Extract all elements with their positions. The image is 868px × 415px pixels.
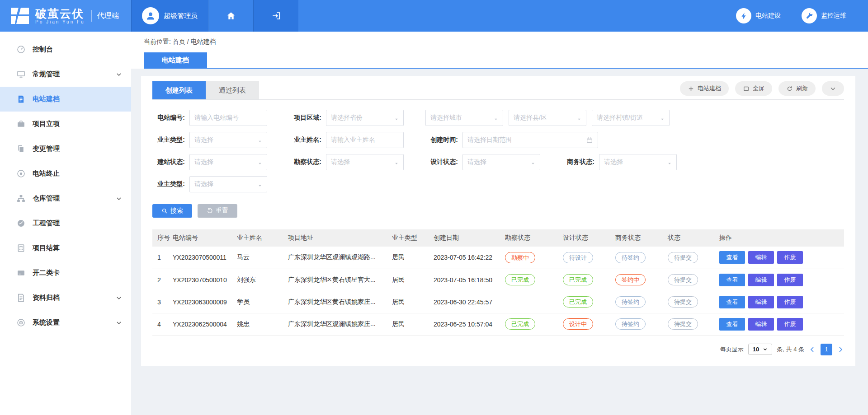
- survey-status-select[interactable]: 请选择: [326, 154, 404, 170]
- cell-survey-status: 勘察中: [505, 247, 563, 269]
- refresh-icon: [786, 85, 793, 92]
- row-action-查看[interactable]: 查看: [719, 296, 745, 308]
- home-button[interactable]: [208, 0, 253, 32]
- table-row: 2YX2023070500010刘强东广东深圳龙华区黄石镇星官大...居民202…: [152, 269, 844, 291]
- logout-button[interactable]: [253, 0, 298, 32]
- panel-head: 创建列表通过列表 电站建档全屏刷新: [152, 81, 844, 100]
- cell-actions: 查看编辑作废: [719, 291, 844, 313]
- build-status-select[interactable]: 请选择: [189, 154, 267, 170]
- row-action-作废[interactable]: 作废: [777, 296, 803, 308]
- sidebar-item-项目立项[interactable]: 项目立项: [0, 112, 131, 136]
- top-header: 破茧云伏 Po Jian Yun Fu 代理端 超级管理员 电站建设监控运维: [0, 0, 868, 32]
- top-strip: 当前位置: 首页 / 电站建档 电站建档: [131, 32, 868, 69]
- create-time-input[interactable]: 请选择日期范围: [462, 132, 598, 148]
- owner-type-2-select[interactable]: 请选择: [189, 176, 267, 192]
- document-icon: [16, 94, 26, 104]
- filter-item-station-no: 电站编号:请输入电站编号: [152, 110, 267, 126]
- station-no-input[interactable]: 请输入电站编号: [189, 110, 267, 126]
- page-size-select[interactable]: 10: [748, 344, 772, 355]
- cell-owner: 马云: [237, 247, 288, 269]
- app-root: 破茧云伏 Po Jian Yun Fu 代理端 超级管理员 电站建设监控运维 控…: [0, 0, 868, 415]
- filter-item-village: 请选择村镇/街道: [592, 110, 670, 126]
- sidebar-item-资料归档[interactable]: 资料归档: [0, 285, 131, 310]
- page-tab[interactable]: 电站建档: [144, 52, 207, 68]
- owner-name-input[interactable]: 请输入业主姓名: [326, 132, 404, 148]
- toolbar-more-button[interactable]: [822, 81, 844, 96]
- status-badge: 设计中: [563, 318, 593, 330]
- sidebar-item-项目结算[interactable]: 项目结算: [0, 236, 131, 261]
- district-select[interactable]: 请选择县/区: [509, 110, 586, 126]
- toolbar-button-电站建档[interactable]: 电站建档: [680, 81, 729, 96]
- cell-address: 广东深圳龙华区黄石镇姚家庄...: [288, 291, 392, 313]
- page-number-current[interactable]: 1: [821, 344, 832, 355]
- row-action-查看[interactable]: 查看: [719, 274, 745, 286]
- status-badge: 勘察中: [505, 252, 535, 263]
- header-right-nav: 电站建设监控运维: [736, 0, 868, 32]
- province-select[interactable]: 请选择省份: [326, 110, 404, 126]
- sidebar-item-开二类卡[interactable]: 开二类卡: [0, 261, 131, 285]
- filter-item-survey-status: 勘察状态:请选择: [289, 154, 404, 170]
- row-action-编辑[interactable]: 编辑: [748, 296, 774, 308]
- sidebar-item-电站终止[interactable]: 电站终止: [0, 161, 131, 186]
- list-tab-创建列表[interactable]: 创建列表: [152, 81, 206, 99]
- row-action-编辑[interactable]: 编辑: [748, 274, 774, 286]
- sidebar-item-常规管理[interactable]: 常规管理: [0, 62, 131, 87]
- cell-design-status: 已完成: [563, 291, 615, 313]
- chevron-down-icon: [116, 295, 122, 301]
- toolbar-button-刷新[interactable]: 刷新: [778, 81, 816, 96]
- per-page-label: 每页显示: [720, 345, 744, 354]
- row-action-作废[interactable]: 作废: [777, 251, 803, 264]
- list-tab-通过列表[interactable]: 通过列表: [206, 81, 259, 99]
- cell-created: 2023-06-25 10:57:04: [434, 313, 505, 335]
- breadcrumb-separator: /: [187, 38, 189, 45]
- sidebar-item-工程管理[interactable]: 工程管理: [0, 211, 131, 236]
- filter-label: 商务状态:: [562, 158, 594, 166]
- row-action-作废[interactable]: 作废: [777, 318, 803, 331]
- design-status-select[interactable]: 请选择: [462, 154, 540, 170]
- business-status-select[interactable]: 请选择: [599, 154, 677, 170]
- filter-label: 业主类型:: [152, 180, 185, 188]
- cell-address: 广东深圳龙华区观澜镇观湖路...: [288, 247, 392, 269]
- owner-type-select[interactable]: 请选择: [189, 132, 267, 148]
- reset-button[interactable]: 重置: [198, 204, 237, 218]
- search-button[interactable]: 搜索: [152, 204, 192, 218]
- sidebar-item-仓库管理[interactable]: 仓库管理: [0, 186, 131, 211]
- cell-business-status: 待签约: [615, 247, 668, 269]
- cell-created: 2023-07-05 16:42:22: [434, 247, 505, 269]
- next-page-button[interactable]: [837, 346, 844, 353]
- header-nav-监控运维[interactable]: 监控运维: [802, 8, 846, 23]
- toolbar-button-全屏[interactable]: 全屏: [735, 81, 772, 96]
- breadcrumb-home[interactable]: 首页: [173, 38, 185, 45]
- status-badge: 已完成: [505, 274, 535, 285]
- sidebar-item-系统设置[interactable]: 系统设置: [0, 310, 131, 335]
- column-header-业主类型: 业主类型: [392, 229, 434, 247]
- status-badge: 待签约: [615, 296, 646, 308]
- row-action-编辑[interactable]: 编辑: [748, 318, 774, 331]
- calculator-icon: [16, 243, 26, 253]
- sidebar-item-label: 资料归档: [33, 294, 60, 302]
- table-row: 3YX2023063000009学员广东深圳龙华区黄石镇姚家庄...居民2023…: [152, 291, 844, 313]
- cell-address: 广东深圳龙华区黄石镇星官大...: [288, 269, 392, 291]
- prev-page-button[interactable]: [809, 346, 816, 353]
- sidebar-item-控制台[interactable]: 控制台: [0, 37, 131, 62]
- cell-design-status: 已完成: [563, 269, 615, 291]
- row-action-查看[interactable]: 查看: [719, 251, 745, 264]
- cell-index: 2: [152, 269, 173, 291]
- sidebar: 控制台常规管理电站建档项目立项变更管理电站终止仓库管理工程管理项目结算开二类卡资…: [0, 32, 131, 415]
- filter-label: 勘察状态:: [289, 158, 321, 166]
- logo-divider: [91, 10, 92, 22]
- sidebar-item-电站建档[interactable]: 电站建档: [0, 87, 131, 112]
- row-action-查看[interactable]: 查看: [719, 318, 745, 331]
- village-select[interactable]: 请选择村镇/街道: [592, 110, 670, 126]
- avatar: [142, 7, 159, 24]
- row-action-作废[interactable]: 作废: [777, 274, 803, 286]
- logo-icon: [10, 7, 30, 25]
- city-select[interactable]: 请选择城市: [425, 110, 503, 126]
- filter-item-business-status: 商务状态:请选择: [562, 154, 677, 170]
- user-menu[interactable]: 超级管理员: [131, 0, 208, 32]
- sidebar-item-变更管理[interactable]: 变更管理: [0, 136, 131, 161]
- header-nav-电站建设[interactable]: 电站建设: [736, 8, 781, 23]
- pagination: 每页显示 10 条, 共 4 条 1: [152, 344, 844, 355]
- row-action-编辑[interactable]: 编辑: [748, 251, 774, 264]
- main-content: 当前位置: 首页 / 电站建档 电站建档 创建列表通过列表 电站建档全屏刷新 电…: [131, 32, 868, 415]
